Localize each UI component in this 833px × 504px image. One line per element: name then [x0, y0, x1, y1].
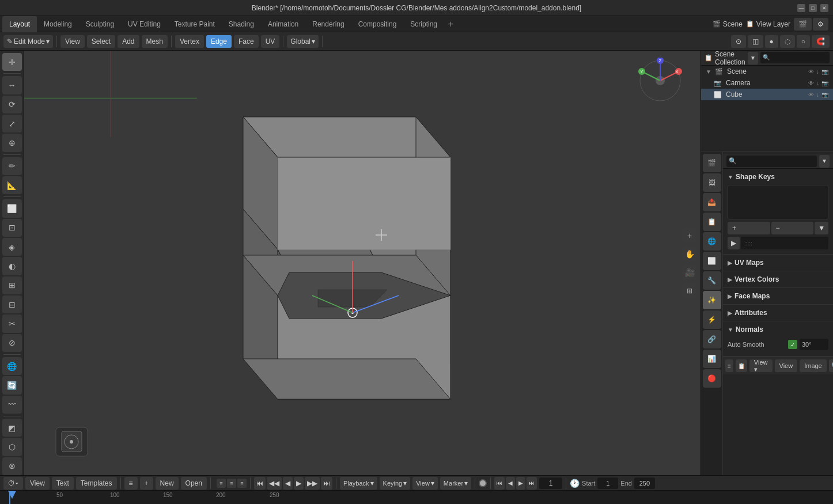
props-physics-btn[interactable]: ⚡ [703, 310, 721, 329]
shape-keys-list[interactable] [728, 185, 828, 219]
cube-render-icon[interactable]: 📷 [821, 92, 828, 98]
move-tool[interactable]: ↔ [2, 76, 22, 94]
frame-nav-start[interactable]: ⏮ [494, 477, 505, 490]
tab-layout[interactable]: Layout [2, 16, 37, 32]
view-dropdown[interactable]: View ▾ [749, 359, 773, 372]
marker-list-btn[interactable]: ≡ [217, 479, 226, 488]
marker-dropdown[interactable]: Marker ▾ [440, 477, 471, 490]
play-reverse-btn[interactable]: ◀ [283, 477, 293, 490]
scale-tool[interactable]: ⤢ [2, 115, 22, 132]
tab-compositing[interactable]: Compositing [351, 16, 404, 32]
bevel-tool[interactable]: ◐ [2, 257, 22, 275]
timeline-add-marker-btn[interactable]: + [140, 477, 153, 490]
timeline-track[interactable]: 1 50 100 150 200 250 [0, 491, 833, 504]
props-view-layer-btn[interactable]: 📋 [703, 213, 721, 231]
minimize-button[interactable]: — [797, 4, 805, 12]
pan-button[interactable]: ✋ [682, 247, 697, 262]
transform-selector[interactable]: Global ▾ [287, 35, 319, 48]
props-nav-icon2[interactable]: 📋 [736, 359, 747, 372]
attributes-header[interactable]: ▶ Attributes [723, 307, 833, 319]
add-workspace-button[interactable]: + [444, 18, 457, 31]
props-data-btn[interactable]: 📊 [703, 350, 721, 368]
add-cube-tool[interactable]: ⬜ [2, 199, 22, 217]
quad-view-button[interactable]: ⊞ [682, 283, 697, 298]
current-frame-input[interactable]: 1 [539, 478, 562, 489]
shading-solid[interactable]: ● [765, 35, 778, 48]
rotate-tool[interactable]: ⟳ [2, 96, 22, 113]
frame-nav-end[interactable]: ⏭ [527, 477, 537, 490]
shape-keys-header[interactable]: ▼ Shape Keys [723, 171, 833, 183]
tab-uv-editing[interactable]: UV Editing [121, 16, 168, 32]
overlay-button[interactable]: ⊙ [731, 35, 746, 48]
props-nav-icon[interactable]: ≡ [725, 359, 733, 372]
spin-tool[interactable]: 🔄 [2, 376, 22, 394]
props-output-btn[interactable]: 📤 [703, 193, 721, 211]
outliner-search[interactable]: 🔍 [760, 52, 830, 63]
props-zoom-btn[interactable]: 🔍 [829, 359, 833, 372]
edge-button[interactable]: Edge [206, 35, 232, 48]
props-search-input[interactable]: 🔍 [726, 156, 817, 167]
frame-nav-prev[interactable]: ◀ [506, 477, 515, 490]
playback-dropdown[interactable]: Playback ▾ [340, 477, 377, 490]
tab-shading[interactable]: Shading [222, 16, 261, 32]
props-world-btn[interactable]: 🌐 [703, 232, 721, 251]
render-settings-button[interactable]: ⚙ [813, 18, 828, 31]
marker-del-btn[interactable]: ≡ [237, 479, 247, 488]
props-material-btn[interactable]: 🔴 [703, 369, 721, 388]
cube-vis-icon[interactable]: 👁 [808, 92, 814, 98]
cam-sel-icon[interactable]: ↓ [816, 80, 819, 86]
render-button[interactable]: 🎬 [794, 18, 812, 31]
loop-cut-tool[interactable]: ⊞ [2, 276, 22, 294]
props-particles-btn[interactable]: ✨ [703, 291, 721, 309]
camera-item[interactable]: 📷 Camera 👁 ↓ 📷 [701, 77, 833, 89]
filter-button[interactable]: ▼ [819, 155, 830, 168]
jump-start-btn[interactable]: ⏮ [254, 477, 266, 490]
open-button[interactable]: Open [181, 477, 207, 490]
auto-smooth-value[interactable]: 30° [800, 339, 828, 350]
cursor-tool[interactable]: ✛ [2, 53, 22, 71]
bisect-tool[interactable]: ⊘ [2, 334, 22, 352]
knife-tool[interactable]: ✂ [2, 314, 22, 332]
keying-dropdown[interactable]: Keying ▾ [380, 477, 411, 490]
cube-item[interactable]: ⬜ Cube 👁 ↓ 📷 [701, 89, 833, 100]
smooth-tool[interactable]: 〰 [2, 396, 22, 414]
tab-sculpting[interactable]: Sculpting [79, 16, 121, 32]
tab-animation[interactable]: Animation [261, 16, 305, 32]
vertex-colors-header[interactable]: ▶ Vertex Colors [723, 274, 833, 285]
tab-texture-paint[interactable]: Texture Paint [168, 16, 222, 32]
view-button[interactable]: View [60, 35, 85, 48]
sel-icon[interactable]: ↓ [816, 69, 819, 75]
shading-material[interactable]: ◌ [780, 35, 795, 48]
select-button[interactable]: Select [87, 35, 115, 48]
cube-sel-icon[interactable]: ↓ [816, 92, 819, 98]
remove-shape-key-btn[interactable]: − [771, 222, 814, 234]
xray-button[interactable]: ◫ [748, 35, 763, 48]
face-maps-header[interactable]: ▶ Face Maps [723, 290, 833, 302]
marker-add-btn[interactable]: ≡ [227, 479, 236, 488]
cam-vis-icon[interactable]: 👁 [808, 80, 814, 86]
maximize-button[interactable]: □ [809, 4, 817, 12]
offset-edge-tool[interactable]: ⊟ [2, 295, 22, 313]
timeline-text-btn[interactable]: Text [52, 477, 74, 490]
uv-maps-header[interactable]: ▶ UV Maps [723, 257, 833, 268]
zoom-in-button[interactable]: + [682, 228, 697, 243]
props-object-btn[interactable]: ⬜ [703, 252, 721, 270]
vis-icon[interactable]: 👁 [808, 69, 814, 75]
auto-smooth-checkbox[interactable]: ✓ [788, 340, 797, 349]
props-scene-btn[interactable]: 🎬 [703, 154, 721, 172]
poly-build-tool[interactable]: 🌐 [2, 357, 22, 375]
tab-modeling[interactable]: Modeling [37, 16, 79, 32]
timeline-editor-btn[interactable]: ⏱▾ [3, 477, 23, 490]
rip-tool[interactable]: ⊗ [2, 457, 22, 475]
props-modifier-btn[interactable]: 🔧 [703, 271, 721, 290]
props-constraints-btn[interactable]: 🔗 [703, 330, 721, 348]
new-button[interactable]: New [156, 477, 179, 490]
end-frame-input[interactable]: 250 [634, 478, 655, 489]
orientation-gizmo[interactable]: X Y Z [637, 58, 683, 104]
play-shape-key-btn[interactable]: ▶ [728, 237, 740, 249]
add-button[interactable]: Add [118, 35, 139, 48]
render-icon[interactable]: 📷 [821, 69, 828, 75]
inset-tool[interactable]: ◈ [2, 238, 22, 256]
timeline-view-btn[interactable]: View [25, 477, 50, 490]
view2-dropdown[interactable]: View [775, 359, 798, 372]
